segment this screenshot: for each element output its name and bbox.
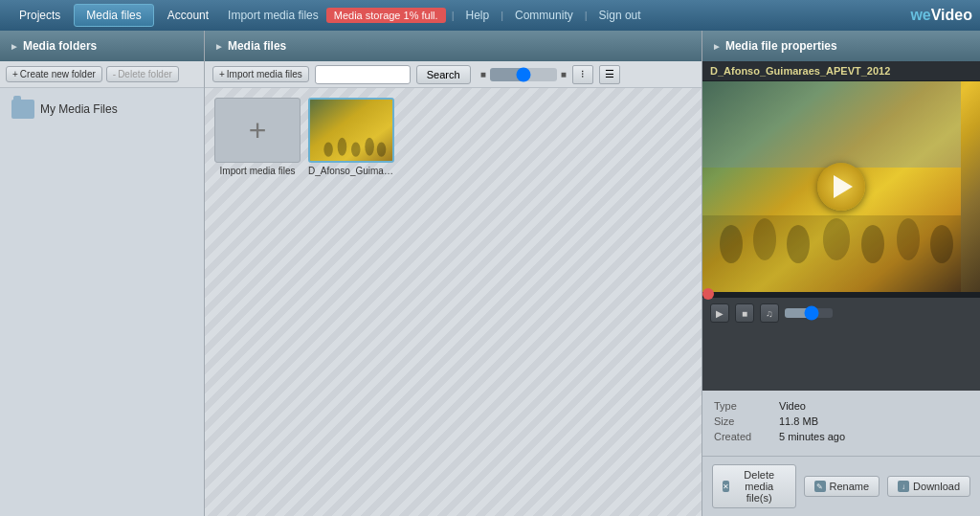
storage-badge[interactable]: Media storage 1% full.	[326, 8, 446, 23]
rename-btn[interactable]: ✎ Rename	[804, 476, 880, 497]
delete-label: Delete media file(s)	[733, 469, 786, 504]
svg-point-5	[365, 138, 374, 156]
video-thumb-box[interactable]	[308, 98, 394, 163]
download-icon: ↓	[898, 481, 909, 492]
divider3: |	[581, 10, 591, 21]
rename-label: Rename	[830, 481, 870, 492]
properties-panel-title: Media file properties	[725, 39, 837, 53]
delete-icon: ✕	[723, 481, 729, 492]
delete-folder-btn[interactable]: - Delete folder	[106, 66, 179, 82]
rename-icon: ✎	[814, 481, 826, 492]
signout-nav-btn[interactable]: Sign out	[593, 9, 647, 22]
video-thumbnail-preview	[310, 100, 392, 161]
size-slider-container: ■ ■	[480, 68, 567, 81]
play-icon	[834, 175, 853, 198]
svg-point-15	[897, 218, 920, 260]
media-panel-title: Media files	[228, 39, 286, 53]
download-btn[interactable]: ↓ Download	[887, 476, 970, 497]
created-value: 5 minutes ago	[779, 431, 845, 442]
folder-name: My Media Files	[40, 102, 118, 116]
folders-panel-header: ► Media folders	[0, 31, 204, 61]
created-label: Created	[714, 431, 771, 442]
video-controls: ▶ ■ ♫	[702, 298, 980, 328]
file-actions: ✕ Delete media file(s) ✎ Rename ↓ Downlo…	[702, 456, 980, 516]
type-row: Type Video	[714, 400, 969, 412]
import-plus-icon: +	[219, 69, 225, 79]
divider1: |	[448, 10, 458, 21]
app-logo: weVideo	[910, 7, 972, 24]
plus-icon: +	[12, 69, 18, 79]
import-media-btn[interactable]: + Import media files	[212, 66, 309, 82]
prop-content: D_Afonso_Guimaraes_APEVT_2012	[702, 61, 980, 391]
svg-point-13	[823, 218, 850, 260]
svg-point-16	[930, 225, 953, 263]
media-panel-arrow: ►	[214, 41, 224, 52]
prop-panel-arrow: ►	[712, 41, 722, 52]
grid-view-btn[interactable]: ⁝	[572, 65, 593, 84]
properties-panel: ► Media file properties D_Afonso_Guimara…	[702, 31, 980, 516]
list-item[interactable]: D_Afonso_Guimaraes...	[308, 98, 394, 176]
size-slider[interactable]	[490, 68, 557, 81]
properties-panel-header: ► Media file properties	[702, 31, 980, 61]
search-btn[interactable]: Search	[416, 65, 471, 84]
play-ctrl-btn[interactable]: ▶	[710, 303, 729, 323]
create-folder-btn[interactable]: + Create new folder	[6, 66, 102, 82]
created-row: Created 5 minutes ago	[714, 431, 969, 442]
play-button[interactable]	[817, 163, 865, 211]
help-nav-btn[interactable]: Help	[459, 9, 495, 22]
import-thumb-label: Import media files	[214, 166, 301, 176]
top-nav: Projects Media files Account Import medi…	[0, 0, 980, 31]
video-file-title: D_Afonso_Guimaraes_APEVT_2012	[710, 65, 890, 77]
stop-ctrl-btn[interactable]: ■	[735, 303, 754, 323]
minus-icon: -	[113, 69, 116, 79]
folder-list: My Media Files	[0, 88, 204, 516]
svg-point-12	[787, 225, 810, 263]
media-files-toolbar: + Import media files Search ■ ■ ⁝ ☰	[205, 61, 702, 88]
svg-rect-8	[702, 81, 961, 168]
svg-point-6	[377, 142, 387, 156]
volume-slider[interactable]	[785, 308, 833, 318]
list-view-btn[interactable]: ☰	[599, 65, 620, 84]
media-folders-panel: ► Media folders + Create new folder - De…	[0, 31, 205, 516]
delete-folder-label: Delete folder	[118, 69, 172, 79]
size-value: 11.8 MB	[779, 415, 818, 427]
size-small-icon: ■	[480, 69, 486, 79]
folders-panel-title: Media folders	[23, 39, 97, 53]
svg-point-14	[861, 225, 884, 263]
media-content: + Import media files	[205, 88, 702, 516]
create-folder-label: Create new folder	[20, 69, 96, 79]
folders-panel-arrow: ►	[10, 41, 19, 52]
video-player[interactable]	[702, 81, 980, 292]
community-nav-btn[interactable]: Community	[509, 9, 579, 22]
progress-bar[interactable]	[702, 292, 980, 298]
list-item[interactable]: My Media Files	[6, 96, 198, 123]
media-files-nav-btn[interactable]: Media files	[74, 4, 153, 27]
size-label: Size	[714, 415, 771, 427]
import-plus-large-icon: +	[249, 113, 267, 148]
logo-we: we	[910, 7, 930, 23]
import-thumb-box[interactable]: +	[214, 98, 301, 163]
progress-indicator	[702, 288, 714, 300]
search-input[interactable]	[315, 65, 411, 84]
svg-point-2	[323, 142, 333, 156]
type-label: Type	[714, 400, 771, 412]
import-nav-btn[interactable]: Import media files	[222, 9, 324, 22]
volume-ctrl-btn[interactable]: ♫	[760, 303, 779, 323]
download-label: Download	[913, 481, 960, 492]
main-layout: ► Media folders + Create new folder - De…	[0, 31, 980, 516]
svg-point-3	[338, 138, 347, 156]
logo-video: Video	[931, 7, 972, 23]
media-files-header: ► Media files	[205, 31, 702, 61]
list-item[interactable]: + Import media files	[214, 98, 301, 176]
video-thumb-label: D_Afonso_Guimaraes...	[308, 166, 394, 176]
video-title-bar: D_Afonso_Guimaraes_APEVT_2012	[702, 61, 980, 81]
size-row: Size 11.8 MB	[714, 415, 969, 427]
type-value: Video	[779, 400, 806, 412]
delete-media-btn[interactable]: ✕ Delete media file(s)	[712, 464, 796, 508]
svg-point-10	[720, 225, 743, 263]
divider2: |	[497, 10, 507, 21]
svg-point-11	[753, 218, 776, 260]
import-media-label: Import media files	[227, 69, 302, 79]
projects-nav-btn[interactable]: Projects	[8, 4, 72, 27]
account-nav-btn[interactable]: Account	[156, 4, 220, 27]
